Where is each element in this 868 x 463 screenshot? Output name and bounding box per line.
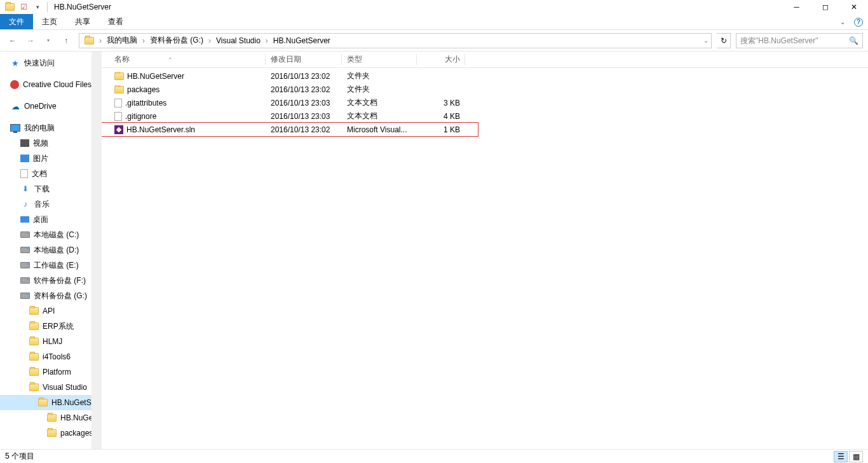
creative-cloud-icon [10, 80, 19, 89]
ribbon-collapse-icon[interactable]: ⌄ [840, 18, 845, 25]
sidebar-desktop[interactable]: 桌面 [0, 212, 101, 227]
breadcrumb-seg[interactable]: Visual Studio [212, 34, 264, 48]
sidebar-drive-f[interactable]: 软件备份盘 (F:) [0, 273, 101, 288]
close-button[interactable]: ✕ [839, 0, 868, 14]
maximize-button[interactable]: ◻ [811, 0, 839, 14]
file-type: 文件夹 [342, 84, 417, 95]
file-date: 2016/10/13 23:02 [266, 85, 342, 94]
drive-icon [20, 232, 30, 238]
tab-home[interactable]: 主页 [33, 14, 66, 29]
sidebar-label: 我的电脑 [24, 123, 55, 134]
tab-file[interactable]: 文件 [0, 14, 33, 29]
file-type: 文件夹 [342, 71, 417, 81]
refresh-button[interactable]: ↻ [717, 33, 731, 48]
sidebar-folder-nuget[interactable]: HB.NuGetServer [0, 395, 101, 410]
file-type: 文本文档 [342, 97, 417, 108]
sidebar-label: 软件备份盘 (F:) [34, 275, 86, 286]
file-size: 1 KB [417, 125, 465, 134]
help-icon[interactable]: ? [854, 18, 863, 27]
up-button[interactable]: ↑ [58, 33, 74, 48]
breadcrumb-seg[interactable]: HB.NuGetServer [269, 34, 334, 48]
sidebar-folder-platform[interactable]: Platform [0, 364, 101, 380]
sidebar-label: Creative Cloud Files [23, 80, 92, 89]
sidebar-drive-c[interactable]: 本地磁盘 (C:) [0, 227, 101, 242]
chevron-right-icon[interactable]: › [141, 36, 146, 45]
folder-icon [29, 368, 39, 376]
minimize-button[interactable]: ─ [782, 0, 811, 14]
file-date: 2016/10/13 23:03 [266, 99, 342, 107]
sidebar-folder-api[interactable]: API [0, 303, 101, 319]
sidebar-drive-e[interactable]: 工作磁盘 (E:) [0, 258, 101, 273]
breadcrumb-seg[interactable]: 我的电脑 [103, 34, 141, 48]
sidebar-label: 图片 [33, 153, 48, 164]
title-bar: ☑ ▾ HB.NuGetServer ─ ◻ ✕ [0, 0, 868, 14]
chevron-right-icon[interactable]: › [98, 36, 103, 45]
folder-icon [114, 73, 124, 80]
sidebar-music[interactable]: ♪音乐 [0, 197, 101, 212]
sidebar-folder-hlmj[interactable]: HLMJ [0, 334, 101, 349]
chevron-right-icon[interactable]: › [207, 36, 212, 45]
search-icon[interactable]: 🔍 [849, 36, 858, 45]
sidebar-quick-access[interactable]: ★快速访问 [0, 55, 101, 71]
sidebar-documents[interactable]: 文档 [0, 166, 101, 181]
view-details-button[interactable]: ☰ [834, 451, 848, 462]
forward-button[interactable]: → [23, 33, 38, 48]
column-name[interactable]: 名称⌃ [102, 52, 266, 67]
window-title: HB.NuGetServer [54, 3, 111, 11]
sidebar-videos[interactable]: 视频 [0, 135, 101, 151]
qat-properties-icon[interactable]: ☑ [17, 0, 31, 14]
file-date: 2016/10/13 23:02 [266, 125, 342, 134]
sidebar-onedrive[interactable]: ☁OneDrive [0, 99, 101, 114]
sidebar-folder-i4tools[interactable]: i4Tools6 [0, 349, 101, 364]
folder-icon [29, 322, 39, 330]
star-icon: ★ [10, 58, 20, 68]
sidebar-drive-g[interactable]: 资料备份盘 (G:) [0, 288, 101, 303]
column-size[interactable]: 大小 [417, 52, 465, 67]
file-icon [114, 112, 122, 121]
column-date[interactable]: 修改日期 [266, 52, 342, 67]
sidebar-label: packages [60, 429, 93, 438]
view-icons-button[interactable]: ▦ [849, 451, 863, 462]
back-button[interactable]: ← [5, 33, 20, 48]
folder-icon [47, 429, 57, 437]
sidebar-scrollbar[interactable] [92, 52, 102, 449]
sidebar-folder-vs[interactable]: Visual Studio [0, 380, 101, 395]
file-row[interactable]: .gitignore2016/10/13 23:03文本文档4 KB [102, 109, 868, 123]
status-bar: 5 个项目 ☰ ▦ [0, 449, 868, 463]
sidebar-label: 文档 [32, 169, 47, 179]
chevron-right-icon[interactable]: › [264, 36, 269, 45]
column-type[interactable]: 类型 [342, 52, 417, 67]
sidebar-label: Visual Studio [43, 383, 87, 392]
qat-dropdown-icon[interactable]: ▾ [31, 0, 44, 14]
sidebar-my-pc[interactable]: 我的电脑 [0, 120, 101, 135]
folder-icon [29, 353, 39, 361]
file-row[interactable]: HB.NuGetServer2016/10/13 23:02文件夹 [102, 69, 868, 83]
file-row[interactable]: .gitattributes2016/10/13 23:03文本文档3 KB [102, 96, 868, 109]
sidebar-creative-cloud[interactable]: Creative Cloud Files [0, 77, 101, 92]
tab-share[interactable]: 共享 [66, 14, 99, 29]
breadcrumb-seg[interactable]: 资料备份盘 (G:) [146, 34, 207, 48]
sidebar-folder-packages[interactable]: packages [0, 425, 101, 441]
sort-indicator-icon: ⌃ [168, 57, 173, 63]
file-row[interactable]: packages2016/10/13 23:02文件夹 [102, 83, 868, 96]
file-row[interactable]: HB.NuGetServer.sln2016/10/13 23:02Micros… [102, 123, 478, 136]
search-input[interactable] [740, 36, 842, 45]
sidebar-drive-d[interactable]: 本地磁盘 (D:) [0, 242, 101, 258]
recent-dropdown[interactable]: ▾ [41, 33, 56, 48]
search-box[interactable]: 🔍 [736, 33, 863, 48]
tab-view[interactable]: 查看 [99, 14, 132, 29]
sidebar-folder-nuget-inner[interactable]: HB.NuGetServer [0, 410, 101, 425]
file-list-pane: 名称⌃ 修改日期 类型 大小 HB.NuGetServer2016/10/13 … [102, 52, 868, 449]
sidebar-pictures[interactable]: 图片 [0, 151, 101, 166]
sidebar-downloads[interactable]: ⬇下载 [0, 181, 101, 197]
breadcrumb[interactable]: › 我的电脑 › 资料备份盘 (G:) › Visual Studio › HB… [79, 33, 712, 48]
drive-icon [20, 262, 30, 268]
folder-icon [29, 338, 39, 345]
sidebar-label: 工作磁盘 (E:) [34, 260, 79, 271]
sidebar-label: Platform [43, 368, 71, 377]
sidebar-label: API [43, 307, 55, 315]
sidebar-label: OneDrive [24, 102, 57, 111]
sidebar-folder-erp[interactable]: ERP系统 [0, 319, 101, 334]
breadcrumb-dropdown-icon[interactable]: ⌄ [702, 37, 710, 44]
breadcrumb-root-icon [85, 37, 94, 45]
